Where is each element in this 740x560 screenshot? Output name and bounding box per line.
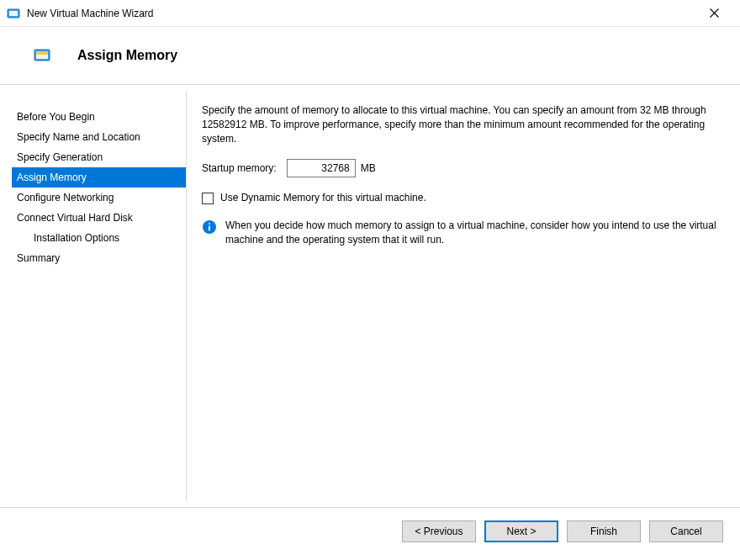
step-specify-name-location[interactable]: Specify Name and Location — [12, 127, 186, 147]
step-summary[interactable]: Summary — [12, 248, 186, 268]
dynamic-memory-row: Use Dynamic Memory for this virtual mach… — [202, 191, 718, 205]
dynamic-memory-label: Use Dynamic Memory for this virtual mach… — [220, 191, 426, 205]
info-text: When you decide how much memory to assig… — [225, 219, 718, 247]
wizard-footer: < Previous Next > Finish Cancel — [0, 507, 740, 554]
page-title: Assign Memory — [77, 48, 177, 63]
window-title: New Virtual Machine Wizard — [27, 8, 695, 19]
svg-rect-9 — [209, 226, 210, 231]
titlebar: New Virtual Machine Wizard — [0, 0, 740, 27]
wizard-header: Assign Memory — [0, 27, 740, 85]
wizard-steps-sidebar: Before You Begin Specify Name and Locati… — [0, 92, 187, 500]
previous-button[interactable]: < Previous — [402, 520, 476, 542]
wizard-content: Specify the amount of memory to allocate… — [187, 85, 740, 507]
header-icon — [34, 47, 50, 64]
startup-memory-input[interactable] — [287, 159, 356, 177]
next-button[interactable]: Next > — [484, 520, 558, 542]
memory-description: Specify the amount of memory to allocate… — [202, 103, 718, 145]
step-connect-virtual-hard-disk[interactable]: Connect Virtual Hard Disk — [12, 208, 186, 228]
svg-rect-6 — [36, 51, 48, 55]
finish-button[interactable]: Finish — [567, 520, 641, 542]
step-installation-options[interactable]: Installation Options — [12, 228, 186, 248]
app-icon — [7, 7, 20, 20]
close-button[interactable] — [695, 2, 733, 25]
svg-rect-1 — [9, 11, 18, 16]
startup-memory-unit: MB — [361, 161, 376, 176]
step-configure-networking[interactable]: Configure Networking — [12, 188, 186, 208]
step-assign-memory[interactable]: Assign Memory — [12, 167, 186, 188]
info-icon — [202, 219, 217, 235]
cancel-button[interactable]: Cancel — [649, 520, 723, 542]
step-before-you-begin[interactable]: Before You Begin — [12, 107, 186, 127]
info-row: When you decide how much memory to assig… — [202, 219, 718, 247]
startup-memory-row: Startup memory: MB — [202, 159, 718, 177]
wizard-body: Before You Begin Specify Name and Locati… — [0, 85, 740, 507]
dynamic-memory-checkbox[interactable] — [202, 193, 214, 204]
step-specify-generation[interactable]: Specify Generation — [12, 147, 186, 167]
svg-rect-8 — [209, 223, 210, 225]
startup-memory-label: Startup memory: — [202, 161, 277, 176]
